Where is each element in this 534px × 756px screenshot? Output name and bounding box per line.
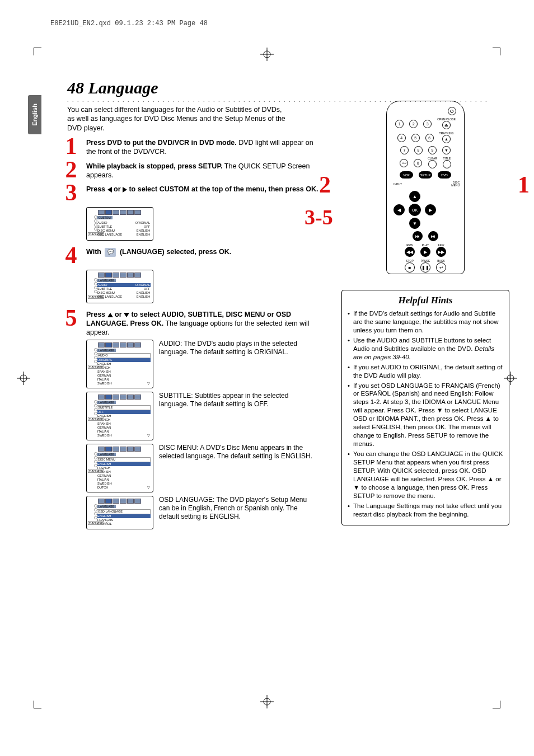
skip-back-button: ⏮ xyxy=(413,231,423,241)
page: E8E21UD_EN2.qxd 09.1.23 2:43 PM Page 48 … xyxy=(0,0,534,756)
title-button xyxy=(443,160,451,168)
up-arrow-icon xyxy=(107,313,113,317)
content: English 48 Language . . . . . . . . . . … xyxy=(28,78,506,533)
registration-mark xyxy=(260,48,274,61)
hint-item: The Language Settings may not take effec… xyxy=(348,502,503,519)
substep-desc: OSD LANGUAGE: The DVD player's Setup Men… xyxy=(159,496,319,529)
power-button: ⏻ xyxy=(448,107,456,115)
step-3: 3 Press or to select CUSTOM at the top o… xyxy=(62,182,319,204)
num-6-button: 6 xyxy=(425,134,434,142)
right-column: 2 1 3-5 ⏻ 1 2 3 OPEN/CLOSE⏏ 4 5 xyxy=(341,101,509,525)
tracking-down-button: ▼ xyxy=(442,146,451,154)
osd-screenshot-subtitle: PLAY/ENTER LANGUAGE SUBTITLE OFF ENGLISH… xyxy=(86,392,153,440)
hints-list: If the DVD's default settings for Audio … xyxy=(348,309,503,519)
callout-2: 2 xyxy=(319,171,331,198)
dvd-button: DVD xyxy=(438,171,451,179)
crop-mark xyxy=(493,701,500,708)
osd-screenshot-audio: PLAY/ENTER LANGUAGE AUDIO ORIGINAL ENGLI… xyxy=(86,340,153,388)
osd-screenshot-osdlang: PLAY/ENTER LANGUAGE OSD LANGUAGE ENGLISH… xyxy=(86,496,153,529)
num-2-button: 2 xyxy=(409,120,418,128)
substep-desc: SUBTITLE: Subtitles appear in the select… xyxy=(159,392,319,440)
language-tab-icon: 💬 xyxy=(105,248,116,257)
setup-button: SETUP xyxy=(419,171,432,179)
vcr-button: VCR xyxy=(400,171,413,179)
ok-button: OK xyxy=(409,204,421,216)
back-button: ↩ xyxy=(436,262,446,273)
num-7-button: 7 xyxy=(400,146,409,154)
step-number: 5 xyxy=(62,308,81,329)
substep-subtitle: PLAY/ENTER LANGUAGE SUBTITLE OFF ENGLISH… xyxy=(86,392,319,440)
remote-outline: ⏻ 1 2 3 OPEN/CLOSE⏏ 4 5 6 TRACKING▲ xyxy=(386,101,465,274)
step-body: Press or to select AUDIO, SUBTITLE, DISC… xyxy=(86,308,319,337)
steps-column: 1 Press DVD to put the DVD/VCR in DVD mo… xyxy=(62,136,319,529)
step-number: 1 xyxy=(62,136,81,157)
step-number: 3 xyxy=(62,182,81,204)
down-arrow-icon xyxy=(124,313,129,317)
osd-screenshot-custom: PLAY/ENTER CUSTOM AUDIOORIGINAL SUBTITLE… xyxy=(86,207,153,241)
callout-3-5: 3-5 xyxy=(305,205,333,229)
clear-button xyxy=(428,160,437,168)
language-tab: English xyxy=(28,95,41,134)
step-1: 1 Press DVD to put the DVD/VCR in DVD mo… xyxy=(62,136,319,157)
step-4: 4 With 💬 (LANGUAGE) selected, press OK. xyxy=(62,245,319,266)
right-arrow-icon xyxy=(123,187,127,192)
hints-title: Helpful Hints xyxy=(348,295,503,306)
num-1-button: 1 xyxy=(395,120,404,128)
skip-fwd-button: ⏭ xyxy=(428,231,438,241)
rew-button: ◀◀ xyxy=(405,247,415,257)
nav-right-button: ▶ xyxy=(425,204,436,215)
crop-mark xyxy=(34,701,41,708)
registration-mark xyxy=(260,695,274,708)
num-8-button: 8 xyxy=(414,146,423,154)
helpful-hints-box: Helpful Hints If the DVD's default setti… xyxy=(341,290,509,525)
hint-item: If you set OSD LANGUAGE to FRANÇAIS (Fre… xyxy=(348,382,503,449)
intro-text: You can select different languages for t… xyxy=(67,105,285,133)
ffw-button: ▶▶ xyxy=(436,247,446,257)
callout-1: 1 xyxy=(518,171,530,198)
hint-item: You can change the OSD LANGUAGE in the Q… xyxy=(348,450,503,500)
hint-item: If you set AUDIO to ORIGINAL, the defaul… xyxy=(348,363,503,380)
open-close-button: ⏏ xyxy=(442,121,451,129)
crop-mark xyxy=(493,48,500,55)
substep-desc: DISC MENU: A DVD's Disc Menu appears in … xyxy=(159,444,319,492)
substep-desc: AUDIO: The DVD's audio plays in the sele… xyxy=(159,340,319,388)
substep-audio: PLAY/ENTER LANGUAGE AUDIO ORIGINAL ENGLI… xyxy=(86,340,319,388)
nav-down-button: ▼ xyxy=(409,218,420,229)
pause-button: ❚❚ xyxy=(420,262,430,273)
num-0-button: 0 xyxy=(414,159,422,167)
remote-diagram: 2 1 3-5 ⏻ 1 2 3 OPEN/CLOSE⏏ 4 5 xyxy=(341,101,509,285)
num-5-button: 5 xyxy=(411,134,420,142)
substep-discmenu: PLAY/ENTER LANGUAGE DISC MENU ENGLISH FR… xyxy=(86,444,319,492)
hint-item: If the DVD's default settings for Audio … xyxy=(348,309,503,335)
step-body: With 💬 (LANGUAGE) selected, press OK. xyxy=(86,245,319,257)
step-5: 5 Press or to select AUDIO, SUBTITLE, DI… xyxy=(62,308,319,337)
tracking-up-button: ▲ xyxy=(442,135,451,143)
substep-osdlang: PLAY/ENTER LANGUAGE OSD LANGUAGE ENGLISH… xyxy=(86,496,319,529)
osd-screenshot-discmenu: PLAY/ENTER LANGUAGE DISC MENU ENGLISH FR… xyxy=(86,444,153,492)
nav-pad: ▲ ◀ OK ▶ ▼ xyxy=(391,190,460,230)
nav-left-button: ◀ xyxy=(394,204,405,215)
hint-item: Use the AUDIO and SUBTITLE buttons to se… xyxy=(348,336,503,361)
print-slug: E8E21UD_EN2.qxd 09.1.23 2:43 PM Page 48 xyxy=(50,20,208,27)
step-body: Press or to select CUSTOM at the top of … xyxy=(86,182,319,194)
num-4-button: 4 xyxy=(397,134,406,142)
crop-mark xyxy=(34,48,41,55)
step-number: 2 xyxy=(62,159,81,181)
left-arrow-icon xyxy=(107,187,112,192)
step-number: 4 xyxy=(62,245,81,266)
step-2: 2 While playback is stopped, press SETUP… xyxy=(62,159,319,181)
play-button: ▶ xyxy=(420,247,430,257)
num-3-button: 3 xyxy=(423,120,432,128)
page-title: 48 Language xyxy=(67,78,506,97)
nav-up-button: ▲ xyxy=(409,191,420,202)
step-body: While playback is stopped, press SETUP. … xyxy=(86,159,319,180)
stop-button: ■ xyxy=(405,262,415,273)
step-body: Press DVD to put the DVD/VCR in DVD mode… xyxy=(86,136,319,157)
plus10-button: +10 xyxy=(400,159,408,167)
osd-screenshot-language: PLAY/ENTER LANGUAGE AUDIOORIGINAL SUBTIT… xyxy=(86,270,153,303)
num-9-button: 9 xyxy=(428,146,437,154)
